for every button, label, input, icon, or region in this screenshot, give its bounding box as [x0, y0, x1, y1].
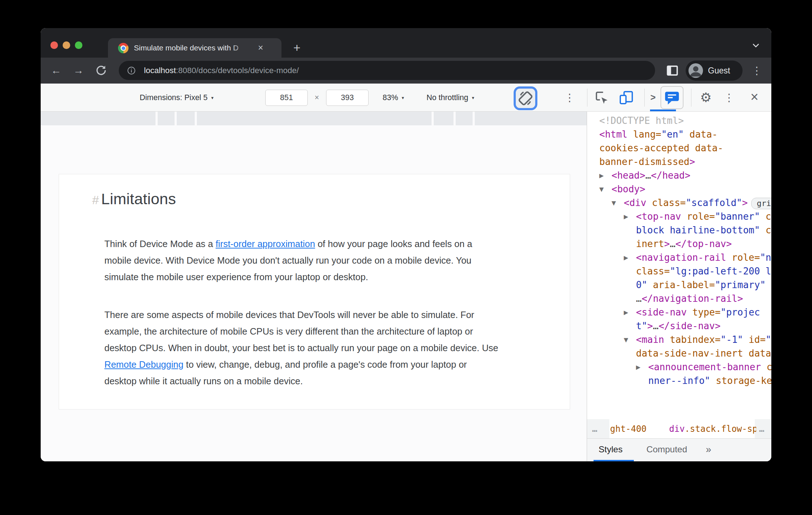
disclosure-expanded-icon[interactable]: ▼: [624, 333, 628, 346]
text-link[interactable]: Remote Debugging: [104, 359, 184, 370]
dom-node-markup: 0" aria-label="primary": [587, 278, 771, 292]
dom-tree-node[interactable]: block hairline-bottom" cl: [587, 223, 771, 237]
tab-styles[interactable]: Styles: [599, 439, 623, 461]
text-line: There are some aspects of mobile devices…: [104, 306, 498, 323]
breadcrumb-item[interactable]: ght-400: [610, 419, 646, 439]
device-height-input[interactable]: 393: [326, 90, 369, 106]
console-panel-tab[interactable]: [660, 86, 684, 109]
url-path: :8080/docs/devtools/device-mode/: [176, 66, 299, 75]
text-run: desktop while it actually runs on a mobi…: [104, 376, 303, 386]
devtools-settings-gear-icon[interactable]: ⚙: [700, 84, 712, 112]
dom-node-markup: …</navigation-rail>: [587, 292, 771, 305]
zoom-select[interactable]: 83%▾: [383, 84, 404, 112]
browser-menu-icon[interactable]: ⋮: [752, 64, 760, 77]
dom-tree-node[interactable]: ▶<head>…</head>: [587, 169, 771, 182]
dom-tree-node[interactable]: class="lg:pad-left-200 lg:: [587, 264, 771, 278]
dom-tree-node[interactable]: <html lang="en" data-: [587, 127, 771, 141]
dom-tree-node[interactable]: inert>…</top-nav>: [587, 237, 771, 251]
text-run: mobile device. With Device Mode you don'…: [104, 255, 472, 265]
devtools-close-icon[interactable]: ×: [750, 84, 758, 112]
side-panel-icon[interactable]: [666, 65, 678, 78]
active-tab-underline: [594, 460, 634, 461]
site-info-icon[interactable]: [127, 66, 136, 77]
dom-tree-node[interactable]: ▶<announcement-banner cla: [587, 360, 771, 374]
disclosure-collapsed-icon[interactable]: ▶: [624, 210, 628, 223]
chevron-down-icon: ▾: [211, 84, 214, 112]
breadcrumb-overflow-left[interactable]: …: [592, 419, 598, 439]
page-heading: #Limitations: [92, 190, 176, 208]
devtools-menu-icon[interactable]: ⋮: [724, 91, 732, 104]
device-toolbar-toggle-icon[interactable]: [619, 90, 634, 105]
profile-chip[interactable]: Guest: [686, 61, 743, 81]
content-card: #Limitations Think of Device Mode as a f…: [59, 174, 570, 409]
throttling-select[interactable]: No throttling▾: [427, 84, 474, 112]
reload-button[interactable]: [95, 64, 108, 77]
disclosure-expanded-icon[interactable]: ▼: [599, 183, 604, 196]
dom-tree-node[interactable]: data-side-nav-inert data-s: [587, 346, 771, 360]
dom-tree-node[interactable]: ▶<side-nav type="projec: [587, 305, 771, 319]
zoom-window-button[interactable]: [75, 41, 82, 49]
dom-node-markup: <body>: [587, 182, 771, 196]
dom-tree-node[interactable]: ▶<navigation-rail role="nav: [587, 251, 771, 264]
chevron-down-icon: ▾: [472, 84, 474, 112]
disclosure-collapsed-icon[interactable]: ▶: [624, 251, 628, 264]
dom-node-markup: <navigation-rail role="nav: [587, 251, 771, 264]
back-button[interactable]: ←: [50, 64, 63, 77]
disclosure-collapsed-icon[interactable]: ▶: [624, 306, 628, 319]
tab-title-fade: [231, 38, 253, 58]
dom-node-markup: <top-nav role="banner" cla: [587, 210, 771, 223]
paragraph-2: There are some aspects of mobile devices…: [104, 306, 498, 389]
dom-node-markup: <side-nav type="projec: [587, 305, 771, 319]
device-width-input[interactable]: 851: [265, 90, 308, 106]
tab-close-icon[interactable]: ×: [255, 42, 266, 54]
devtools-panel: <!DOCTYPE html><html lang="en" data-cook…: [587, 112, 771, 461]
tab-computed[interactable]: Computed: [646, 439, 687, 461]
new-tab-button[interactable]: +: [290, 41, 303, 54]
dom-tree-node[interactable]: nner--info" storage-key: [587, 374, 771, 388]
dimensions-times: ×: [315, 84, 319, 112]
device-toolbar: Dimensions: Pixel 5▾ 851 × 393 83%▾ No t…: [41, 84, 771, 112]
text-run: to view, change, debug, and profile a pa…: [184, 359, 467, 370]
text-line: desktop CPUs. When in doubt, your best b…: [104, 340, 498, 356]
close-window-button[interactable]: [50, 41, 58, 49]
inspect-element-icon[interactable]: [594, 90, 609, 105]
profile-name: Guest: [708, 61, 730, 81]
rotate-device-button[interactable]: [514, 86, 537, 110]
text-run: simulate the mobile user experience from…: [104, 272, 368, 282]
heading-anchor-hash[interactable]: #: [92, 193, 99, 207]
tab-search-chevron-icon[interactable]: [750, 41, 761, 50]
text-line: Remote Debugging to view, change, debug,…: [104, 356, 498, 373]
device-select[interactable]: Dimensions: Pixel 5▾: [140, 84, 213, 112]
dom-tree-node[interactable]: ▼<div class="scaffold">gri: [587, 196, 771, 210]
browser-tab[interactable]: Simulate mobile devices with D ×: [108, 38, 281, 58]
address-bar[interactable]: localhost:8080/docs/devtools/device-mode…: [119, 61, 655, 80]
forward-button[interactable]: →: [72, 64, 85, 77]
breadcrumb-overflow-right[interactable]: …: [759, 419, 765, 439]
grid-badge[interactable]: gri: [751, 198, 771, 209]
device-toolbar-menu-icon[interactable]: ⋮: [564, 91, 573, 104]
dom-tree-node[interactable]: ▼<main tabindex="-1" id="ma: [587, 333, 771, 346]
text-run: desktop CPUs. When in doubt, your best b…: [104, 343, 498, 353]
hidden-panels-chevron-icon[interactable]: >: [650, 92, 656, 103]
dom-tree-node[interactable]: …</navigation-rail>: [587, 292, 771, 305]
media-query-ruler[interactable]: [41, 112, 587, 125]
text-line: mobile device. With Device Mode you don'…: [104, 252, 472, 269]
dom-node-markup: t">…</side-nav>: [587, 319, 771, 333]
disclosure-collapsed-icon[interactable]: ▶: [599, 169, 604, 182]
dom-tree-node[interactable]: banner-dismissed>: [587, 155, 771, 169]
minimize-window-button[interactable]: [63, 41, 70, 49]
text-line: desktop while it actually runs on a mobi…: [104, 373, 498, 389]
browser-toolbar: ← → localhost:8080/docs/devtools/device-…: [41, 58, 771, 84]
breadcrumb-item[interactable]: div.stack.flow-spa: [669, 419, 756, 439]
dom-tree-node[interactable]: <!DOCTYPE html>: [587, 114, 771, 127]
disclosure-collapsed-icon[interactable]: ▶: [636, 360, 640, 374]
text-link[interactable]: first-order approximation: [216, 239, 315, 249]
dom-tree-node[interactable]: 0" aria-label="primary": [587, 278, 771, 292]
dom-tree-node[interactable]: cookies-accepted data-: [587, 141, 771, 155]
dom-tree-node[interactable]: ▼<body>: [587, 182, 771, 196]
more-tabs-icon[interactable]: »: [706, 439, 711, 461]
dom-tree: <!DOCTYPE html><html lang="en" data-cook…: [587, 114, 771, 388]
disclosure-expanded-icon[interactable]: ▼: [612, 196, 616, 210]
dom-tree-node[interactable]: ▶<top-nav role="banner" cla: [587, 210, 771, 223]
dom-tree-node[interactable]: t">…</side-nav>: [587, 319, 771, 333]
